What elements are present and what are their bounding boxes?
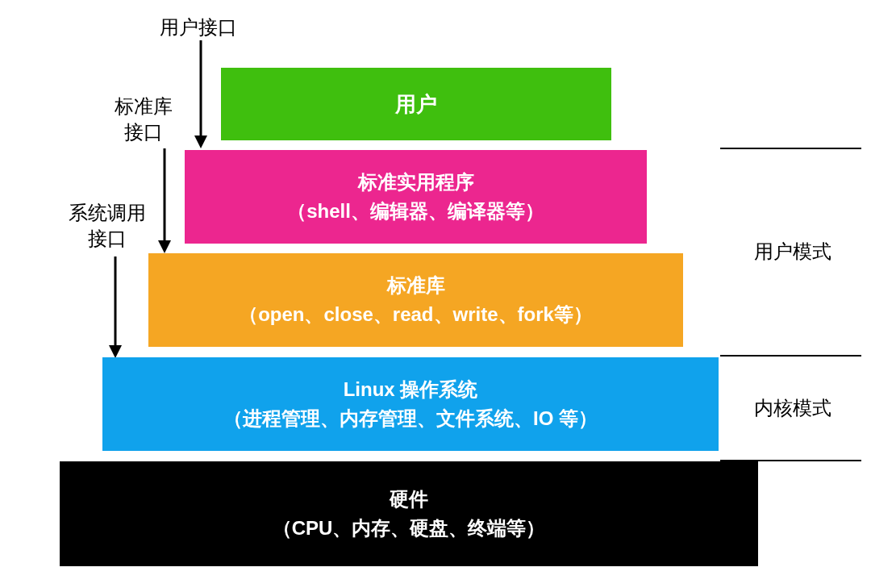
layer-stdlib-title: 标准库	[387, 271, 445, 300]
layer-user: 用户	[221, 68, 611, 140]
svg-marker-3	[158, 240, 171, 253]
svg-marker-1	[194, 136, 207, 148]
label-user-mode: 用户模式	[754, 239, 831, 265]
layer-os: Linux 操作系统 （进程管理、内存管理、文件系统、IO 等）	[102, 357, 719, 451]
layer-stdlib-sub: （open、close、read、write、fork等）	[239, 300, 593, 329]
layer-utilities: 标准实用程序 （shell、编辑器、编译器等）	[185, 150, 647, 244]
layer-hardware-sub: （CPU、内存、硬盘、终端等）	[273, 514, 546, 543]
annotation-stdlib-interface: 标准库 接口	[115, 94, 173, 146]
layer-hardware: 硬件 （CPU、内存、硬盘、终端等）	[60, 461, 758, 566]
layer-utilities-title: 标准实用程序	[358, 168, 474, 197]
layer-os-title: Linux 操作系统	[344, 375, 478, 404]
mode-divider-top	[720, 148, 861, 149]
svg-marker-5	[109, 345, 122, 358]
mode-divider-bottom	[720, 460, 861, 461]
annotation-syscall-interface: 系统调用 接口	[69, 200, 146, 252]
mode-divider-middle	[720, 355, 861, 357]
layer-os-sub: （进程管理、内存管理、文件系统、IO 等）	[223, 404, 598, 433]
layer-hardware-title: 硬件	[390, 485, 428, 514]
arrow-syscall-interface	[106, 256, 125, 360]
layer-stdlib: 标准库 （open、close、read、write、fork等）	[148, 253, 683, 347]
annotation-user-interface: 用户接口	[160, 15, 237, 40]
linux-architecture-diagram: 用户接口 标准库 接口 系统调用 接口 用户 标准实用程序 （shell、编辑器…	[0, 0, 871, 588]
layer-utilities-sub: （shell、编辑器、编译器等）	[287, 197, 544, 226]
arrow-user-interface	[191, 40, 210, 149]
label-kernel-mode: 内核模式	[754, 395, 831, 421]
layer-user-title: 用户	[395, 89, 437, 120]
arrow-stdlib-interface	[155, 148, 174, 255]
